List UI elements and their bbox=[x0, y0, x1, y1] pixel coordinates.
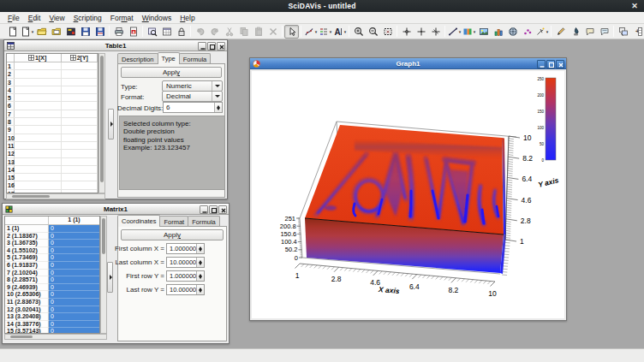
add-image-button[interactable] bbox=[476, 25, 491, 39]
table-row[interactable]: 4 bbox=[7, 86, 98, 94]
table-cell[interactable] bbox=[62, 150, 98, 157]
table-cell[interactable] bbox=[62, 110, 98, 117]
scrollbar-thumb[interactable] bbox=[12, 195, 50, 198]
project-explorer-button[interactable] bbox=[145, 25, 159, 39]
table1-titlebar[interactable]: Table1 bbox=[4, 40, 227, 51]
matrix-row[interactable]: 9 (2.46939)0 bbox=[5, 284, 99, 292]
reset-rotation-button[interactable] bbox=[568, 25, 582, 39]
row-number[interactable]: 4 bbox=[7, 86, 15, 93]
matrix-row[interactable]: 1 (1)0 bbox=[5, 225, 99, 233]
save-project-button[interactable] bbox=[78, 25, 92, 39]
matrix-row[interactable]: 4 (1.55102)0 bbox=[5, 247, 99, 255]
table-cell[interactable] bbox=[15, 142, 62, 149]
row-number[interactable]: 2 bbox=[7, 70, 15, 77]
first-row-y-spinbox[interactable]: 1.00000000 bbox=[166, 270, 205, 282]
matrix-row[interactable]: 13 (3.20408)0 bbox=[5, 313, 99, 321]
new-legend-dropdown-button[interactable]: ▾ bbox=[318, 25, 332, 39]
matrix1-maximize-button[interactable] bbox=[209, 205, 218, 214]
row-number[interactable]: 5 bbox=[7, 94, 15, 101]
row-number[interactable]: 8 bbox=[7, 118, 15, 125]
matrix-row-header[interactable]: 4 (1.55102) bbox=[5, 247, 49, 255]
lock-toolbars-button[interactable] bbox=[174, 25, 188, 39]
matrix-row-header[interactable]: 7 (2.10204) bbox=[5, 270, 49, 277]
menu-file[interactable]: File bbox=[3, 14, 24, 22]
matrix1-horizontal-scrollbar[interactable] bbox=[4, 334, 107, 340]
table-row[interactable]: 14 bbox=[7, 166, 98, 174]
table-row[interactable]: 5 bbox=[7, 94, 98, 102]
redo-button[interactable] bbox=[207, 25, 222, 39]
scrollbar-thumb[interactable] bbox=[102, 218, 105, 254]
table-row[interactable]: 12 bbox=[7, 150, 98, 157]
import-ascii-button[interactable] bbox=[63, 25, 78, 39]
matrix-row-header[interactable]: 13 (3.20408) bbox=[5, 313, 49, 321]
matrix-row-header[interactable]: 5 (1.73469) bbox=[5, 254, 49, 262]
menu-help[interactable]: Help bbox=[176, 14, 199, 22]
add-column-button[interactable]: + bbox=[630, 25, 644, 39]
delete-button[interactable] bbox=[265, 25, 280, 39]
table1-vertical-scrollbar[interactable] bbox=[98, 53, 105, 193]
graph1-titlebar[interactable]: Graph1 bbox=[250, 58, 566, 69]
matrix-cell[interactable]: 0 bbox=[49, 225, 99, 233]
table-cell[interactable] bbox=[62, 158, 98, 165]
table1-tab-type[interactable]: Type bbox=[158, 52, 180, 64]
menu-edit[interactable]: Edit bbox=[24, 14, 45, 22]
paste-button[interactable] bbox=[251, 25, 265, 39]
table-cell[interactable] bbox=[62, 181, 98, 188]
matrix-row-header[interactable]: 6 (1.91837) bbox=[5, 262, 49, 270]
table-row[interactable]: 3 bbox=[7, 79, 98, 86]
matrix1-minimize-button[interactable] bbox=[200, 205, 208, 214]
save-template-button[interactable] bbox=[92, 25, 107, 39]
graph1-canvas[interactable]: 251200.8150.6100.450.2012.84.66.48.210X … bbox=[252, 71, 564, 318]
table-row[interactable]: 13 bbox=[7, 158, 98, 166]
matrix-row-header[interactable]: 11 (2.83673) bbox=[5, 299, 49, 306]
matrix-row[interactable]: 6 (1.91837)0 bbox=[5, 262, 99, 270]
matrix1-vertical-scrollbar[interactable] bbox=[100, 216, 107, 334]
row-number[interactable]: 7 bbox=[7, 110, 15, 117]
matrix-cell[interactable]: 0 bbox=[49, 254, 99, 262]
matrix-row[interactable]: 5 (1.73469)0 bbox=[5, 254, 99, 262]
matrix-cell[interactable]: 0 bbox=[49, 247, 99, 255]
menu-windows[interactable]: Windows bbox=[138, 14, 176, 22]
matrix-row-header[interactable]: 14 (3.38776) bbox=[5, 321, 49, 329]
graph1-maximize-button[interactable] bbox=[546, 60, 555, 68]
zoom-in-button[interactable] bbox=[351, 25, 366, 39]
last-row-y-spinbox[interactable]: 10.00000000 bbox=[166, 284, 205, 295]
matrix1-grid[interactable]: 1 (1) 1 (1)02 (1.18367)03 (1.36735)04 (1… bbox=[4, 216, 100, 334]
table-row[interactable]: 9 bbox=[7, 126, 98, 134]
spin-down-icon[interactable] bbox=[199, 290, 202, 293]
table-cell[interactable] bbox=[62, 166, 98, 173]
row-number[interactable]: 11 bbox=[7, 142, 15, 149]
row-number[interactable]: 14 bbox=[7, 166, 15, 173]
table-cell[interactable] bbox=[62, 79, 98, 86]
table-cell[interactable] bbox=[15, 181, 62, 188]
table-cell[interactable] bbox=[62, 126, 98, 133]
move-window-button[interactable] bbox=[616, 25, 630, 39]
table-cell[interactable] bbox=[62, 94, 98, 101]
add-colormap-dropdown-button[interactable]: ▾ bbox=[462, 25, 476, 39]
undo-button[interactable] bbox=[193, 25, 207, 39]
table-row[interactable]: 15 bbox=[7, 174, 98, 181]
spin-down-icon[interactable] bbox=[199, 249, 202, 252]
table-row[interactable]: 7 bbox=[7, 110, 98, 118]
matrix-cell[interactable]: 0 bbox=[49, 299, 99, 306]
menu-format[interactable]: Format bbox=[106, 14, 138, 22]
table1-minimize-button[interactable] bbox=[198, 42, 206, 50]
matrix-cell[interactable]: 0 bbox=[49, 276, 99, 284]
screen-reader-button[interactable] bbox=[399, 25, 414, 39]
matrix-cell[interactable]: 0 bbox=[49, 306, 99, 314]
export-pdf-button[interactable]: A bbox=[126, 25, 140, 39]
menu-view[interactable]: View bbox=[45, 14, 69, 22]
rescale-to-show-all-button[interactable] bbox=[380, 25, 395, 39]
open-project-button[interactable] bbox=[34, 25, 49, 39]
print-button[interactable] bbox=[111, 25, 126, 39]
table-row[interactable]: 11 bbox=[7, 142, 98, 150]
table-cell[interactable] bbox=[15, 79, 62, 86]
spin-down-icon[interactable] bbox=[199, 263, 202, 265]
table-cell[interactable] bbox=[15, 158, 62, 165]
matrix-cell[interactable]: 0 bbox=[49, 240, 99, 247]
copy-button[interactable] bbox=[236, 25, 251, 39]
table-cell[interactable] bbox=[62, 62, 98, 69]
table-row[interactable]: 6 bbox=[7, 102, 98, 110]
zoom-out-button[interactable] bbox=[366, 25, 380, 39]
last-column-x-spinbox[interactable]: 10.00000000 bbox=[166, 257, 205, 268]
